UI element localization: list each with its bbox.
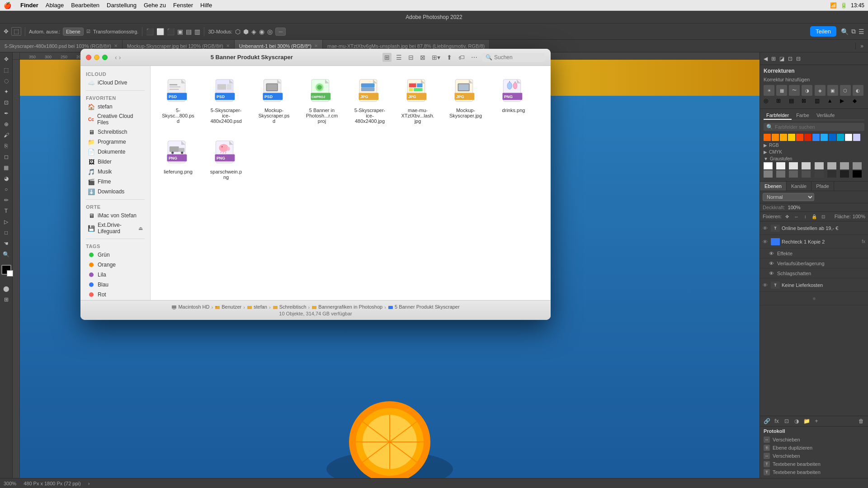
align-center-v-icon[interactable]: ▤ <box>186 28 192 35</box>
korr-selective-color-icon[interactable]: ◆ <box>853 98 864 104</box>
sidebar-item-tag-rot[interactable]: Rot <box>82 290 148 300</box>
sub-layer-verlauf[interactable]: 👁 Verlaufsüberlagerung <box>760 258 868 268</box>
extdrive-eject-icon[interactable]: ⏏ <box>138 225 143 231</box>
sidebar-item-extdrive[interactable]: 💾 Ext.Drive-Lifeguard ⏏ <box>82 221 148 236</box>
align-left-icon[interactable]: ⬛ <box>146 28 154 35</box>
sub-layer-effekte[interactable]: 👁 Effekte <box>760 249 868 258</box>
korr-posterize-icon[interactable]: ▥ <box>815 98 826 104</box>
sidebar-item-tag-blau[interactable]: Blau <box>82 280 148 290</box>
file-item-8[interactable]: PNG lieferung.png <box>158 135 198 183</box>
align-bottom-icon[interactable]: ▥ <box>194 28 200 35</box>
window-maximize-btn[interactable] <box>102 55 108 60</box>
apple-logo-icon[interactable]: 🍎 <box>4 2 11 9</box>
fix-icon-4[interactable]: 🔒 <box>811 213 818 220</box>
more-options-btn[interactable]: ··· <box>275 28 286 36</box>
swatch-blue1[interactable] <box>812 134 820 141</box>
tool-mask[interactable]: ⬤ <box>1 284 11 294</box>
view-list-btn[interactable]: ☰ <box>394 53 404 62</box>
gs-12[interactable] <box>815 170 824 178</box>
ebene-dropdown[interactable]: Ebene <box>63 28 84 36</box>
fix-icon-1[interactable]: ✥ <box>783 213 791 220</box>
korrektur-add-label[interactable]: Korrektur hinzufügen <box>764 77 864 82</box>
view-icon-btn[interactable]: ⊞ <box>382 53 392 62</box>
swatch-yellow1[interactable] <box>780 134 787 141</box>
tool-type[interactable]: T <box>1 206 11 216</box>
sidebar-item-stefan[interactable]: 🏠 stefan <box>82 102 148 112</box>
ebenen-tab-channels[interactable]: Kanäle <box>787 182 811 191</box>
tool-dodge[interactable]: ○ <box>1 184 11 194</box>
layer-item-2[interactable]: 👁 T Keine Lieferkosten <box>760 278 868 292</box>
korr-invert-icon[interactable]: ⊠ <box>802 98 813 104</box>
move-tool-icon[interactable]: ✥ <box>4 28 9 35</box>
adjustment-layer-icon[interactable]: ◑ <box>793 418 801 424</box>
swatch-yellow2[interactable] <box>788 134 795 141</box>
korr-gradient-map-icon[interactable]: ▶ <box>840 98 852 104</box>
tab-farbfelder[interactable]: Farbfelder <box>764 112 792 120</box>
tool-heal[interactable]: ⊕ <box>1 119 11 129</box>
panel-icon-3[interactable]: ⊡ <box>787 55 793 63</box>
add-layer-icon[interactable]: + <box>812 418 821 424</box>
ps-tab-0-close[interactable]: ✕ <box>114 43 118 48</box>
ps-tab-2-close[interactable]: ✕ <box>314 43 318 48</box>
3d-icon-5[interactable]: ◎ <box>267 28 273 35</box>
gs-1[interactable] <box>776 162 785 169</box>
menu-fenster[interactable]: Fenster <box>173 2 193 9</box>
fix-icon-3[interactable]: ↕ <box>802 213 809 220</box>
sidebar-item-creative-cloud[interactable]: Cc Creative Cloud Files <box>82 112 148 127</box>
korr-bw-icon[interactable]: ◐ <box>853 85 863 96</box>
window-minimize-btn[interactable] <box>94 55 99 60</box>
tool-blur[interactable]: ◕ <box>1 174 11 183</box>
ps-tab-1-close[interactable]: ✕ <box>226 43 230 48</box>
background-color-swatch[interactable] <box>7 270 13 277</box>
tool-magic-wand[interactable]: ✦ <box>1 87 11 97</box>
view-gallery-btn[interactable]: ⊠ <box>418 53 427 62</box>
share-button[interactable]: Teilen <box>810 26 836 37</box>
bc-macintosh[interactable]: Macintosh HD <box>171 304 209 310</box>
tool-clone[interactable]: ⎘ <box>1 141 11 151</box>
view-column-btn[interactable]: ⊟ <box>406 53 415 62</box>
add-style-icon[interactable]: fx <box>773 418 781 424</box>
gs-white[interactable] <box>764 162 773 169</box>
gs-4[interactable] <box>815 162 824 169</box>
finder-search-input[interactable] <box>494 54 542 61</box>
file-item-3[interactable]: CMPROJ 5 Banner in Photosh...r.cmproj <box>302 73 342 127</box>
ebenen-mode-select[interactable]: NormalMultiplizierenNegativ multipliz.Ab… <box>763 193 814 201</box>
file-item-4[interactable]: JPG 5-Skyscraper- ice-480x2400.jpg <box>349 73 390 127</box>
korr-curves-icon[interactable]: 〜 <box>789 85 800 96</box>
arrange-icon[interactable]: ⧉ <box>851 28 856 35</box>
korr-threshold-icon[interactable]: ▲ <box>827 98 839 104</box>
gs-6[interactable] <box>840 162 849 169</box>
protokoll-item-0[interactable]: ↔ Verschieben <box>764 436 864 444</box>
tool-move[interactable]: ✥ <box>1 54 11 64</box>
korr-hsl-icon[interactable]: ▣ <box>827 85 838 96</box>
sidebar-item-bilder[interactable]: 🖼 Bilder <box>82 157 148 167</box>
korr-channel-mixer-icon[interactable]: ⊞ <box>776 98 788 104</box>
add-mask-icon[interactable]: ⊡ <box>783 418 791 424</box>
sidebar-item-imac[interactable]: 🖥 iMac von Stefan <box>82 211 148 221</box>
layer-item-1[interactable]: 👁 Rechteck 1 Kopie 2 fx <box>760 235 868 249</box>
tool-select-rect[interactable]: ⬚ <box>1 65 11 75</box>
gs-9[interactable] <box>776 170 785 178</box>
tool-zoom[interactable]: 🔍 <box>1 249 11 259</box>
sidebar-item-tag-gruen[interactable]: Grün <box>82 250 148 260</box>
bc-benutzer[interactable]: Benutzer <box>215 304 241 310</box>
align-top-icon[interactable]: ▣ <box>177 28 183 35</box>
gs-3[interactable] <box>802 162 811 169</box>
swatch-white[interactable] <box>845 134 852 141</box>
sidebar-item-filme[interactable]: 🎬 Filme <box>82 177 148 187</box>
sidebar-item-programme[interactable]: 📁 Programme <box>82 137 148 147</box>
menu-ablage[interactable]: Ablage <box>46 2 64 9</box>
tool-lasso[interactable]: ◌ <box>1 76 11 86</box>
view-more-btn[interactable]: ⊞▾ <box>430 53 442 62</box>
swatch-orange2[interactable] <box>772 134 779 141</box>
gs-black[interactable] <box>853 170 862 178</box>
swatch-red-orange[interactable] <box>796 134 803 141</box>
tab-farbe[interactable]: Farbe <box>793 112 812 120</box>
tool-pen[interactable]: ✏ <box>1 195 11 205</box>
tool-shape[interactable]: □ <box>1 228 11 238</box>
add-group-icon[interactable]: 📁 <box>802 418 811 424</box>
panel-collapse-icon[interactable]: ◀ <box>763 55 769 63</box>
korr-levels-icon[interactable]: ▦ <box>776 85 787 96</box>
tool-eyedropper[interactable]: ✒ <box>1 108 11 118</box>
gs-13[interactable] <box>827 170 836 178</box>
